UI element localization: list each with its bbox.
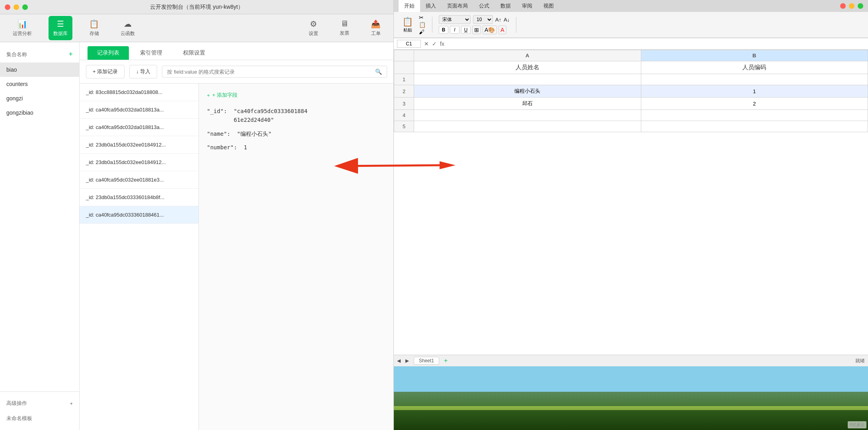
add-record-button[interactable]: + 添加记录 xyxy=(86,65,125,78)
cell-a2[interactable]: 编程小石头 xyxy=(414,85,641,98)
excel-minimize-button[interactable] xyxy=(849,3,854,9)
formula-confirm-icon[interactable]: ✓ xyxy=(432,41,437,47)
cell-a5[interactable] xyxy=(414,121,641,132)
formula-cancel-icon[interactable]: ✕ xyxy=(424,41,429,47)
import-button[interactable]: ↓ 导入 xyxy=(129,65,157,78)
record-item-2[interactable]: _id: ca40fca95dc032da018813a... xyxy=(80,101,199,119)
excel-close-button[interactable] xyxy=(840,3,846,9)
underline-button[interactable]: U xyxy=(461,26,471,34)
excel-tab-home[interactable]: 开始 xyxy=(399,0,420,12)
tab-index[interactable]: 索引管理 xyxy=(130,46,172,60)
minimize-button[interactable] xyxy=(14,4,19,10)
close-button[interactable] xyxy=(5,4,10,10)
window-controls[interactable] xyxy=(5,4,28,10)
cell-b3[interactable]: 2 xyxy=(641,98,868,110)
add-collection-button[interactable]: + xyxy=(68,50,73,59)
font-name-select[interactable]: 宋体 xyxy=(439,15,471,24)
search-input[interactable] xyxy=(167,69,372,75)
prev-sheet-icon[interactable]: ◀ xyxy=(397,358,401,364)
header-cell-code[interactable]: 人员编码 xyxy=(641,61,868,74)
record-item-1[interactable]: _id: 83cc88815dc032da018808... xyxy=(80,84,199,101)
tab-records[interactable]: 记录列表 xyxy=(88,46,129,60)
add-field-icon: + xyxy=(207,92,210,98)
excel-status-bar: ◀ ▶ Sheet1 + 就绪 xyxy=(394,355,868,366)
divider-1 xyxy=(432,17,432,33)
cell-b5[interactable] xyxy=(641,121,868,132)
formula-bar: ✕ ✓ fx xyxy=(394,38,868,50)
header-cell-name[interactable]: 人员姓名 xyxy=(414,61,641,74)
nav-storage[interactable]: 📋 存储 xyxy=(84,16,104,40)
excel-tab-formula[interactable]: 公式 xyxy=(473,0,495,12)
cell-b1[interactable] xyxy=(641,74,868,85)
field-name-key: "name": "编程小石头" xyxy=(207,131,272,137)
add-field-button[interactable]: + + 添加字段 xyxy=(207,92,385,99)
nav-analytics-label: 运营分析 xyxy=(13,30,32,37)
paste-icon: 📋 xyxy=(402,17,413,27)
border-icon[interactable]: ⊞ xyxy=(472,25,481,34)
cell-b4[interactable] xyxy=(641,110,868,121)
nav-invoice[interactable]: 🖥 发票 xyxy=(335,16,354,40)
cell-a4[interactable] xyxy=(414,110,641,121)
col-header-b[interactable]: B xyxy=(641,50,868,61)
nav-settings[interactable]: ⚙ 设置 xyxy=(304,16,323,40)
sidebar-item-gongzi[interactable]: gongzi xyxy=(0,91,79,106)
nav-analytics[interactable]: 📊 运营分析 xyxy=(8,16,37,40)
analytics-icon: 📊 xyxy=(18,19,27,29)
excel-window-controls[interactable] xyxy=(840,3,863,9)
italic-button[interactable]: I xyxy=(450,26,459,34)
excel-tab-layout[interactable]: 页面布局 xyxy=(442,0,473,12)
spreadsheet-table: A B 人员姓名 人员编码 1 xyxy=(394,50,868,132)
record-item-8[interactable]: _id: ca40fca95dc033360188461... xyxy=(80,206,199,224)
excel-tab-review[interactable]: 审阅 xyxy=(516,0,538,12)
record-item-7[interactable]: _id: 23db0a155dc033360184b8f... xyxy=(80,189,199,206)
nav-functions[interactable]: ☁ 云函数 xyxy=(116,16,140,40)
unnamed-template[interactable]: 未命名模板 xyxy=(0,411,79,426)
sidebar-item-gongzibiao[interactable]: gongzibiao xyxy=(0,106,79,120)
col-header-a[interactable]: A xyxy=(414,50,641,61)
cell-a1[interactable] xyxy=(414,74,641,85)
font-color-icon[interactable]: A xyxy=(498,25,506,34)
storage-icon: 📋 xyxy=(89,19,99,29)
col-a-header-text: 人员姓名 xyxy=(516,64,539,70)
font-size-select[interactable]: 10 xyxy=(473,15,493,24)
sidebar-item-biao[interactable]: biao xyxy=(0,63,79,77)
tab-permission[interactable]: 权限设置 xyxy=(173,46,215,60)
fx-icon[interactable]: fx xyxy=(440,41,444,47)
sheet-tab-1[interactable]: Sheet1 xyxy=(414,357,439,365)
excel-tab-data[interactable]: 数据 xyxy=(495,0,516,12)
record-item-4[interactable]: _id: 23db0a155dc032ee0184912... xyxy=(80,136,199,154)
add-sheet-button[interactable]: + xyxy=(444,357,448,364)
excel-ribbon: 开始 插入 页面布局 公式 数据 审阅 视图 📋 粘贴 ✂ 📋 🖌 xyxy=(394,0,868,38)
maximize-button[interactable] xyxy=(22,4,28,10)
cell-a3[interactable]: 邱石 xyxy=(414,98,641,110)
formula-input[interactable] xyxy=(448,40,865,48)
cell-b2[interactable]: 1 xyxy=(641,85,868,98)
settings-icon: ⚙ xyxy=(310,19,317,29)
font-decrease-icon[interactable]: A↓ xyxy=(504,17,510,23)
fill-color-icon[interactable]: A🎨 xyxy=(483,25,497,34)
nav-workorder[interactable]: 📤 工单 xyxy=(366,16,385,40)
nav-storage-label: 存储 xyxy=(90,30,99,37)
format-painter-icon[interactable]: 🖌 xyxy=(419,29,426,35)
field-name: "name": "编程小石头" xyxy=(207,129,385,138)
copy-icon[interactable]: 📋 xyxy=(419,22,426,28)
invoice-icon: 🖥 xyxy=(341,19,348,28)
excel-tab-view[interactable]: 视图 xyxy=(538,0,559,12)
cell-reference-input[interactable] xyxy=(397,40,421,48)
excel-tab-insert[interactable]: 插入 xyxy=(420,0,442,12)
sidebar-item-counters[interactable]: counters xyxy=(0,77,79,91)
records-area: _id: 83cc88815dc032da018808... _id: ca40… xyxy=(80,84,393,430)
nav-functions-label: 云函数 xyxy=(121,30,135,37)
excel-maximize-button[interactable] xyxy=(858,3,863,9)
advanced-operations[interactable]: 高级操作 + xyxy=(0,396,79,411)
row-num-1: 1 xyxy=(394,74,414,85)
cut-icon[interactable]: ✂ xyxy=(419,14,426,21)
record-item-6[interactable]: _id: ca40fca95dc032ee01881e3... xyxy=(80,171,199,189)
nav-database[interactable]: ☰ 数据库 xyxy=(49,16,72,40)
paste-button[interactable]: 📋 粘贴 xyxy=(399,15,416,35)
record-item-3[interactable]: _id: ca40fca95dc032da018813a... xyxy=(80,119,199,136)
next-sheet-icon[interactable]: ▶ xyxy=(405,358,409,364)
bold-button[interactable]: B xyxy=(439,26,448,34)
record-item-5[interactable]: _id: 23db0a155dc032ee0184912... xyxy=(80,154,199,171)
font-increase-icon[interactable]: A↑ xyxy=(495,17,501,23)
